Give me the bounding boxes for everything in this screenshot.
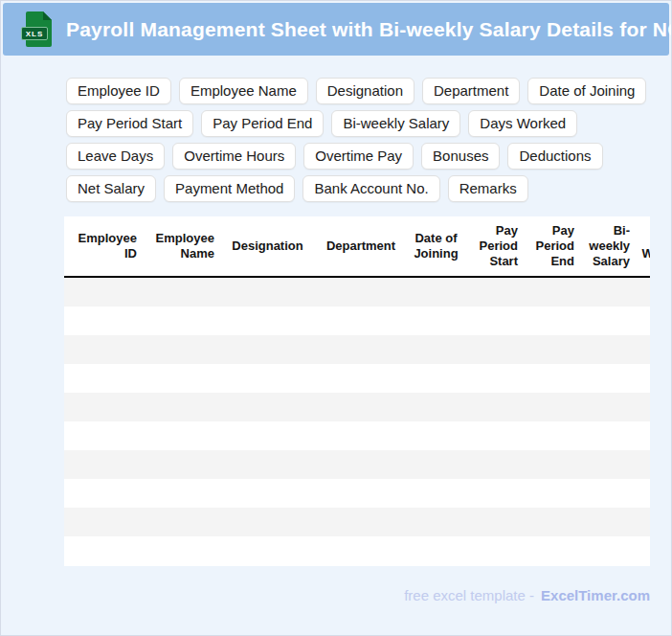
sheet-cell — [465, 364, 524, 393]
chip-employee-id[interactable]: Employee ID — [66, 78, 171, 104]
sheet-cell — [524, 508, 580, 536]
sheet-cell — [407, 508, 465, 536]
column-header-bi-weekly-salary: Bi-weekly Salary — [580, 216, 636, 277]
chip-department[interactable]: Department — [422, 78, 520, 104]
chip-payment-method[interactable]: Payment Method — [164, 175, 295, 202]
header-bar: XLS Payroll Management Sheet with Bi-wee… — [3, 3, 669, 56]
sheet-cell — [407, 421, 465, 450]
sheet-cell — [636, 479, 650, 508]
sheet-cell — [143, 450, 220, 479]
chip-date-of-joining[interactable]: Date of Joining — [527, 78, 646, 104]
sheet-cell — [636, 335, 650, 364]
chip-bi-weekly-salary[interactable]: Bi-weekly Salary — [331, 110, 460, 137]
sheet-cell — [220, 479, 315, 508]
sheet-cell — [64, 277, 143, 307]
sheet-cell — [636, 450, 650, 479]
sheet-cell — [407, 364, 465, 393]
sheet-row — [64, 450, 650, 479]
sheet-cell — [64, 421, 143, 450]
sheet-cell — [407, 479, 465, 508]
sheet-cell — [580, 393, 636, 421]
page-title: Payroll Management Sheet with Bi-weekly … — [66, 18, 672, 41]
sheet-cell — [143, 536, 220, 565]
sheet-cell — [64, 536, 143, 565]
sheet-cell — [407, 335, 465, 364]
spreadsheet-preview: Employee ID Employee Name Designation De… — [64, 216, 650, 566]
sheet-cell — [465, 450, 524, 479]
chip-employee-name[interactable]: Employee Name — [179, 78, 308, 104]
sheet-cell — [580, 307, 636, 335]
chip-overtime-pay[interactable]: Overtime Pay — [303, 143, 414, 170]
sheet-cell — [407, 450, 465, 479]
sheet-cell — [143, 479, 220, 508]
sheet-cell — [465, 393, 524, 421]
sheet-cell — [315, 450, 407, 479]
sheet-cell — [636, 508, 650, 536]
chip-deductions[interactable]: Deductions — [507, 143, 602, 170]
sheet-cell — [580, 335, 636, 364]
sheet-cell — [64, 364, 143, 393]
sheet-cell — [465, 479, 524, 508]
chip-net-salary[interactable]: Net Salary — [66, 175, 156, 202]
sheet-row — [64, 536, 650, 565]
sheet-cell — [524, 307, 580, 335]
chip-bonuses[interactable]: Bonuses — [421, 143, 500, 170]
sheet-cell — [407, 277, 465, 307]
sheet-row — [64, 421, 650, 450]
sheet-cell — [524, 479, 580, 508]
sheet-cell — [64, 479, 143, 508]
sheet-cell — [636, 277, 650, 307]
chip-leave-days[interactable]: Leave Days — [66, 143, 165, 170]
sheet-cell — [580, 536, 636, 565]
sheet-row — [64, 508, 650, 536]
sheet-cell — [315, 277, 407, 307]
sheet-cell — [315, 393, 407, 421]
chip-overtime-hours[interactable]: Overtime Hours — [172, 143, 296, 170]
page: XLS Payroll Management Sheet with Bi-wee… — [0, 0, 672, 636]
chip-remarks[interactable]: Remarks — [448, 175, 528, 202]
sheet-cell — [524, 421, 580, 450]
footer-brand-link[interactable]: ExcelTimer.com — [541, 587, 650, 603]
sheet-cell — [524, 364, 580, 393]
chip-pay-period-end[interactable]: Pay Period End — [201, 110, 324, 137]
sheet-cell — [315, 479, 407, 508]
sheet-cell — [465, 508, 524, 536]
sheet-cell — [524, 393, 580, 421]
chip-days-worked[interactable]: Days Worked — [468, 110, 577, 137]
column-header-days-worked: Days Worked — [636, 216, 650, 277]
sheet-cell — [407, 393, 465, 421]
column-header-pay-period-end: Pay Period End — [524, 216, 580, 277]
sheet-cell — [143, 364, 220, 393]
column-header-date-of-joining: Date of Joining — [407, 216, 465, 277]
chip-pay-period-start[interactable]: Pay Period Start — [66, 110, 193, 137]
sheet-row — [64, 479, 650, 508]
sheet-cell — [315, 335, 407, 364]
sheet-cell — [64, 450, 143, 479]
sheet-cell — [143, 307, 220, 335]
sheet-cell — [220, 421, 315, 450]
payroll-table: Employee ID Employee Name Designation De… — [64, 216, 650, 565]
sheet-cell — [220, 393, 315, 421]
sheet-cell — [315, 536, 407, 565]
column-header-department: Department — [315, 216, 407, 277]
footer-text: free excel template - — [404, 587, 534, 603]
sheet-cell — [220, 450, 315, 479]
sheet-cell — [407, 307, 465, 335]
sheet-row — [64, 277, 650, 307]
sheet-cell — [465, 277, 524, 307]
chip-bank-account-no[interactable]: Bank Account No. — [302, 175, 439, 202]
sheet-body — [64, 277, 650, 565]
sheet-cell — [636, 364, 650, 393]
sheet-cell — [636, 536, 650, 565]
sheet-cell — [220, 364, 315, 393]
sheet-cell — [524, 450, 580, 479]
sheet-cell — [220, 508, 315, 536]
sheet-cell — [315, 508, 407, 536]
column-header-employee-id: Employee ID — [64, 216, 143, 277]
sheet-cell — [315, 364, 407, 393]
sheet-cell — [220, 335, 315, 364]
xls-corner-fold — [43, 11, 52, 20]
column-header-designation: Designation — [220, 216, 315, 277]
xls-file-icon: XLS — [26, 11, 52, 47]
chip-designation[interactable]: Designation — [316, 78, 414, 104]
